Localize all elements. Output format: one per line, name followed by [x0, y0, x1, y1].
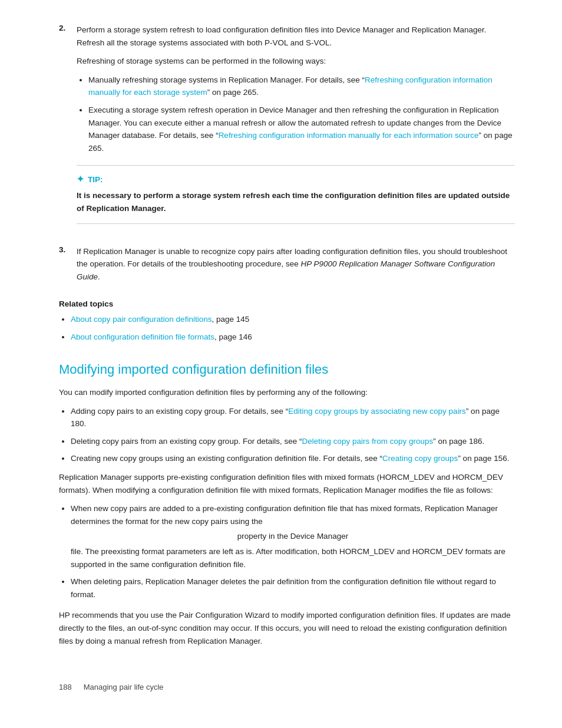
step-2-bullet-1: Manually refreshing storage systems in R… [88, 74, 515, 99]
section-bullet-2-after: ” on page 186. [433, 437, 484, 446]
link-editing-copy-groups[interactable]: Editing copy groups by associating new c… [288, 407, 466, 416]
tip-icon: ✦ [77, 174, 84, 185]
step-2-paragraph1: Perform a storage system refresh to load… [77, 24, 515, 49]
step-2-bullet-1-after: ” on page 265. [207, 88, 259, 97]
section-bullet-3-after: ” on page 156. [458, 454, 509, 463]
step-2: 2. Perform a storage system refresh to l… [59, 24, 515, 235]
related-topic-1: About copy pair configuration definition… [71, 313, 515, 326]
section-heading: Modifying imported configuration definit… [59, 361, 515, 378]
footer-page-title: Managing pair life cycle [84, 683, 164, 691]
tip-header: ✦ TIP: [77, 174, 515, 185]
footer-page-number: 188 [59, 683, 72, 691]
step-3: 3. If Replication Manager is unable to r… [59, 245, 515, 289]
related-topic-2: About configuration definition file form… [71, 331, 515, 344]
section-bullets2: When new copy pairs are added to a pre-e… [59, 502, 515, 601]
page-content: 2. Perform a storage system refresh to l… [0, 0, 562, 727]
step-2-bullets: Manually refreshing storage systems in R… [77, 74, 515, 155]
section-paragraph3: HP recommends that you use the Pair Conf… [59, 609, 515, 647]
tip-body: It is necessary to perform a storage sys… [77, 189, 515, 215]
section-bullet-2: Deleting copy pairs from an existing cop… [71, 435, 515, 448]
section-bullets: Adding copy pairs to an existing copy gr… [59, 405, 515, 465]
step-2-paragraph2: Refreshing of storage systems can be per… [77, 55, 515, 68]
section-bullet2-2: When deleting pairs, Replication Manager… [71, 575, 515, 601]
link-creating-copy-groups[interactable]: Creating copy groups [382, 454, 458, 463]
section-bullet-1-before: Adding copy pairs to an existing copy gr… [71, 407, 288, 416]
step-3-paragraph: If Replication Manager is unable to reco… [77, 245, 515, 284]
related-topics-list: About copy pair configuration definition… [59, 313, 515, 343]
related-topic-1-after: , page 145 [211, 315, 249, 324]
section-paragraph1: You can modify imported configuration de… [59, 386, 515, 399]
related-topics: Related topics About copy pair configura… [59, 299, 515, 343]
link-deleting-copy-pairs[interactable]: Deleting copy pairs from copy groups [302, 437, 433, 446]
step-2-bullet-1-before: Manually refreshing storage systems in R… [88, 75, 365, 84]
link-about-copy-pair-config[interactable]: About copy pair configuration definition… [71, 315, 211, 324]
tip-box: ✦ TIP: It is necessary to perform a stor… [77, 165, 515, 223]
tip-label: TIP: [88, 175, 103, 184]
step-3-text-after: . [98, 272, 100, 281]
link-about-config-def-formats[interactable]: About configuration definition file form… [71, 332, 214, 341]
related-topic-2-after: , page 146 [214, 332, 252, 341]
section-paragraph2: Replication Manager supports pre-existin… [59, 471, 515, 496]
section-bullet-2-before: Deleting copy pairs from an existing cop… [71, 437, 302, 446]
step-3-content: If Replication Manager is unable to reco… [77, 245, 515, 289]
section-bullet-3: Creating new copy groups using an existi… [71, 452, 515, 465]
section-bullet-1: Adding copy pairs to an existing copy gr… [71, 405, 515, 430]
step-2-content: Perform a storage system refresh to load… [77, 24, 515, 235]
section-bullet-3-before: Creating new copy groups using an existi… [71, 454, 382, 463]
link-refreshing-info-source[interactable]: Refreshing configuration information man… [219, 131, 479, 140]
step-2-number: 2. [59, 24, 77, 235]
step-3-number: 3. [59, 245, 77, 289]
related-topics-heading: Related topics [59, 299, 515, 308]
section-bullet2-1: When new copy pairs are added to a pre-e… [71, 502, 515, 571]
step-2-bullet-2: Executing a storage system refresh opera… [88, 104, 515, 154]
footer: 188 Managing pair life cycle [59, 683, 515, 691]
